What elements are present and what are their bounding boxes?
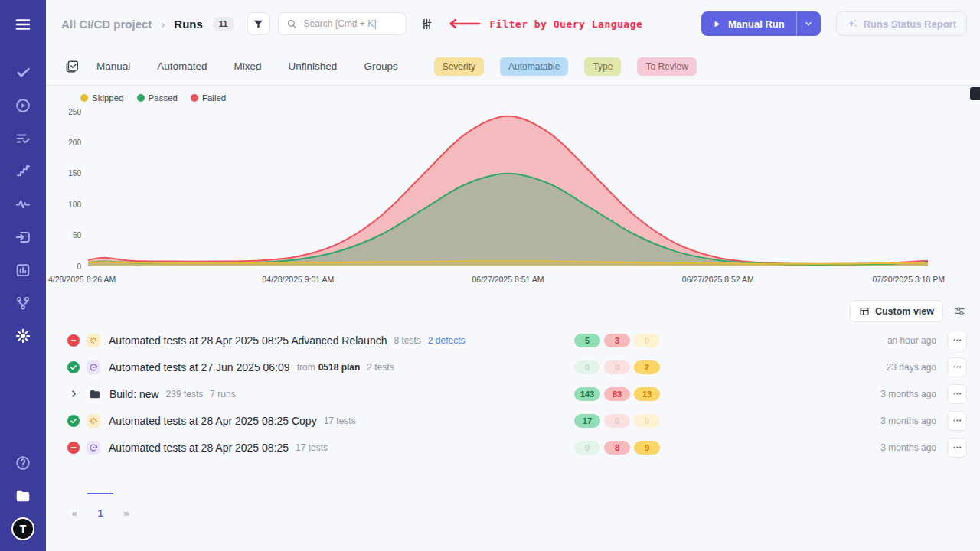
- status-passed-icon: [67, 361, 80, 373]
- count-badge-red: 3: [604, 334, 630, 347]
- sidebar-item-reports[interactable]: [0, 253, 46, 286]
- custom-view-button[interactable]: Custom view: [850, 300, 943, 322]
- run-meta: 0518 plan: [318, 362, 361, 373]
- chevron-right-icon[interactable]: [69, 389, 79, 399]
- query-language-filter-icon[interactable]: [420, 18, 433, 31]
- chart-legend: SkippedPassedFailed: [80, 93, 980, 103]
- sidebar-item-settings[interactable]: [0, 319, 46, 352]
- chevron-down-icon: [804, 19, 813, 28]
- sidebar-item-help[interactable]: [0, 446, 46, 479]
- run-timestamp: 3 months ago: [880, 442, 936, 453]
- count-badge-red: 8: [604, 441, 630, 455]
- page-title: Runs: [174, 18, 203, 31]
- run-meta: 7 runs: [210, 389, 235, 399]
- ellipsis-icon: [952, 362, 962, 372]
- pagination-next[interactable]: »: [113, 493, 139, 519]
- row-menu-button[interactable]: [947, 331, 967, 350]
- menu-icon[interactable]: [0, 8, 46, 41]
- count-badge-red: 0: [604, 360, 630, 374]
- tab-groups[interactable]: Groups: [364, 60, 397, 72]
- defects-link[interactable]: 2 defects: [428, 335, 466, 346]
- pagination-page-1[interactable]: 1: [87, 493, 113, 519]
- group-row[interactable]: Build: new239 tests7 runs 1438313 3 mont…: [46, 380, 980, 407]
- count-badge-green: 0: [574, 441, 600, 455]
- svg-text:04/28/2025 9:01 AM: 04/28/2025 9:01 AM: [262, 275, 334, 284]
- main-content: All CI/CD project › Runs 11 Filter b: [46, 0, 980, 519]
- run-title: Automated tests at 28 Apr 2025 08:25: [109, 442, 289, 454]
- chips: SeverityAutomatableTypeTo Review: [434, 57, 697, 76]
- result-badges: 530: [574, 334, 660, 347]
- tab-automated[interactable]: Automated: [157, 60, 207, 72]
- scrollbar-thumb[interactable]: [970, 87, 980, 100]
- sidebar-item-test-cases[interactable]: [0, 122, 46, 155]
- tab-mixed[interactable]: Mixed: [234, 60, 262, 72]
- sidebar-item-activity[interactable]: [0, 187, 46, 220]
- sidebar-item-runs[interactable]: [0, 89, 46, 122]
- sidebar-item-milestones[interactable]: [0, 155, 46, 187]
- view-settings-icon[interactable]: [953, 305, 966, 318]
- legend-item-passed[interactable]: Passed: [137, 93, 178, 103]
- row-menu-button[interactable]: [947, 384, 967, 404]
- run-timestamp: 3 months ago: [880, 389, 936, 399]
- sidebar-item-integrations[interactable]: [0, 286, 46, 319]
- run-meta: 8 tests: [394, 335, 420, 346]
- count-badge-yellow: 13: [634, 387, 660, 401]
- chart-section: SkippedPassedFailed 0501001502002504/28/…: [46, 93, 980, 289]
- run-row[interactable]: Automated tests at 27 Jun 2025 06:09from…: [46, 354, 980, 380]
- svg-text:06/27/2025 8:51 AM: 06/27/2025 8:51 AM: [472, 275, 544, 284]
- annotation: Filter by Query Language: [446, 18, 643, 30]
- chip-type[interactable]: Type: [584, 57, 621, 76]
- svg-text:200: 200: [68, 139, 81, 147]
- run-timestamp: an hour ago: [887, 335, 936, 346]
- svg-text:100: 100: [68, 201, 81, 209]
- run-title: Automated tests at 28 Apr 2025 08:25 Cop…: [109, 415, 317, 427]
- manual-run-dropdown-button[interactable]: [796, 11, 821, 36]
- sidebar-bottom: T: [0, 446, 46, 545]
- row-menu-button[interactable]: [947, 357, 967, 377]
- pagination-prev[interactable]: «: [61, 493, 87, 519]
- search-input[interactable]: [302, 18, 398, 30]
- legend-item-skipped[interactable]: Skipped: [80, 93, 124, 103]
- run-row[interactable]: Automated tests at 28 Apr 2025 08:2517 t…: [46, 434, 980, 461]
- tabs: ManualAutomatedMixedUnfinishedGroups: [96, 60, 425, 72]
- manual-run-split-button: Manual Run: [701, 11, 821, 36]
- tab-manual[interactable]: Manual: [96, 60, 130, 72]
- tabs-bar: ManualAutomatedMixedUnfinishedGroups Sev…: [46, 47, 980, 86]
- play-circle-icon: [15, 97, 31, 114]
- runs-status-report-button[interactable]: Runs Status Report: [836, 11, 967, 36]
- svg-text:06/27/2025 8:52 AM: 06/27/2025 8:52 AM: [682, 275, 754, 284]
- legend-item-failed[interactable]: Failed: [191, 93, 226, 103]
- sparkle-icon: [847, 18, 858, 30]
- run-meta: 17 tests: [296, 442, 328, 453]
- sidebar-item-projects[interactable]: [0, 479, 46, 512]
- plan-cycle-icon: [87, 360, 100, 374]
- chip-automatable[interactable]: Automatable: [500, 57, 568, 76]
- chip-to-review[interactable]: To Review: [637, 57, 696, 76]
- filter-funnel-button[interactable]: [247, 12, 270, 35]
- chip-severity[interactable]: Severity: [434, 57, 484, 76]
- run-row[interactable]: Automated tests at 28 Apr 2025 08:25 Adv…: [46, 327, 980, 354]
- view-toolbar: Custom view: [46, 289, 980, 322]
- breadcrumb-project[interactable]: All CI/CD project: [61, 18, 152, 31]
- tab-unfinished[interactable]: Unfinished: [289, 60, 338, 72]
- svg-text:4/28/2025 8:26 AM: 4/28/2025 8:26 AM: [48, 275, 116, 284]
- search-box[interactable]: [278, 12, 407, 35]
- row-menu-button[interactable]: [947, 411, 967, 431]
- check-icon: [15, 64, 31, 80]
- result-badges: 002: [574, 360, 660, 374]
- count-badge-green: 5: [574, 334, 600, 347]
- result-badges: 1700: [574, 414, 660, 428]
- saved-views-icon[interactable]: [65, 59, 80, 73]
- run-row[interactable]: Automated tests at 28 Apr 2025 08:25 Cop…: [46, 407, 980, 434]
- row-menu-button[interactable]: [947, 438, 967, 458]
- folder-icon: [15, 487, 31, 504]
- sidebar-item-checks[interactable]: [0, 56, 46, 89]
- manual-run-button[interactable]: Manual Run: [701, 11, 796, 36]
- pagination: « 1 »: [61, 493, 980, 519]
- runs-chart: 0501001502002504/28/2025 8:26 AM04/28/20…: [46, 104, 949, 289]
- automation-spark-icon: [87, 334, 100, 347]
- run-meta: 2 tests: [367, 362, 394, 373]
- status-passed-icon: [67, 415, 80, 427]
- sidebar-item-imports[interactable]: [0, 220, 46, 253]
- app-logo[interactable]: T: [0, 512, 46, 545]
